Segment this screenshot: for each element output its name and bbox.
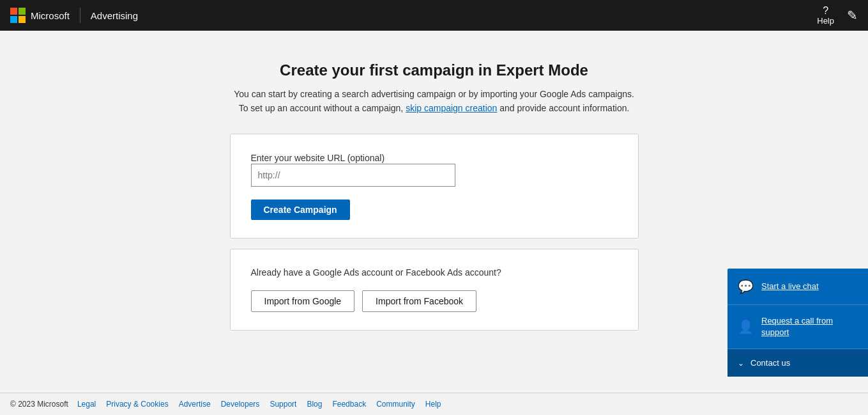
footer-privacy-link[interactable]: Privacy & Cookies: [106, 400, 168, 409]
contact-us-item[interactable]: ⌄ Contact us: [727, 349, 868, 377]
import-facebook-button[interactable]: Import from Facebook: [362, 290, 476, 312]
ms-logo-blue: [10, 16, 17, 23]
chat-icon: 💬: [738, 279, 754, 294]
website-url-input[interactable]: [251, 164, 455, 187]
footer-community-link[interactable]: Community: [376, 400, 415, 409]
advertising-label: Advertising: [91, 10, 138, 21]
contact-us-label: Contact us: [750, 358, 790, 368]
header-divider: [80, 8, 80, 23]
support-panel: 💬 Start a live chat 👤 Request a call fro…: [727, 269, 868, 377]
copyright-text: © 2023 Microsoft: [10, 400, 68, 409]
import-buttons-group: Import from Google Import from Facebook: [251, 290, 618, 312]
microsoft-logo: [10, 8, 26, 23]
create-campaign-card: Enter your website URL (optional) Create…: [230, 134, 639, 239]
subtitle-text-2: To set up an account without a campaign,: [239, 103, 404, 113]
chevron-down-icon: ⌄: [738, 359, 744, 368]
footer: © 2023 Microsoft Legal Privacy & Cookies…: [0, 393, 868, 415]
phone-icon: 👤: [738, 319, 754, 334]
subtitle-text-1: You can start by creating a search adver…: [234, 89, 634, 99]
import-google-button[interactable]: Import from Google: [251, 290, 355, 312]
request-call-link[interactable]: Request a call from support: [761, 315, 858, 338]
ms-logo-red: [10, 8, 17, 15]
import-card: Already have a Google Ads account or Fac…: [230, 249, 639, 331]
footer-blog-link[interactable]: Blog: [307, 400, 322, 409]
header: Microsoft Advertising ? Help ✎: [0, 0, 868, 31]
microsoft-logo-group: Microsoft: [10, 8, 70, 23]
import-question: Already have a Google Ads account or Fac…: [251, 267, 618, 278]
help-label: Help: [817, 16, 834, 26]
page-title: Create your first campaign in Expert Mod…: [280, 61, 588, 79]
footer-advertise-link[interactable]: Advertise: [179, 400, 211, 409]
header-right-section: ? Help ✎: [817, 6, 858, 26]
create-campaign-button[interactable]: Create Campaign: [251, 200, 350, 220]
footer-help-link[interactable]: Help: [425, 400, 441, 409]
footer-legal-link[interactable]: Legal: [77, 400, 96, 409]
question-mark-icon: ?: [817, 6, 834, 16]
ms-logo-green: [19, 8, 26, 15]
skip-campaign-link[interactable]: skip campaign creation: [406, 103, 497, 113]
live-chat-link[interactable]: Start a live chat: [761, 281, 819, 292]
user-icon[interactable]: ✎: [847, 8, 858, 23]
microsoft-brand-text: Microsoft: [31, 10, 70, 21]
subtitle-text-3: and provide account information.: [499, 103, 629, 113]
ms-logo-yellow: [19, 16, 26, 23]
url-input-label: Enter your website URL (optional): [251, 153, 385, 163]
footer-support-link[interactable]: Support: [270, 400, 296, 409]
footer-feedback-link[interactable]: Feedback: [332, 400, 366, 409]
live-chat-item[interactable]: 💬 Start a live chat: [727, 269, 868, 305]
help-button[interactable]: ? Help: [817, 6, 834, 26]
page-subtitle: You can start by creating a search adver…: [234, 87, 634, 116]
request-call-item[interactable]: 👤 Request a call from support: [727, 305, 868, 349]
footer-developers-link[interactable]: Developers: [221, 400, 260, 409]
